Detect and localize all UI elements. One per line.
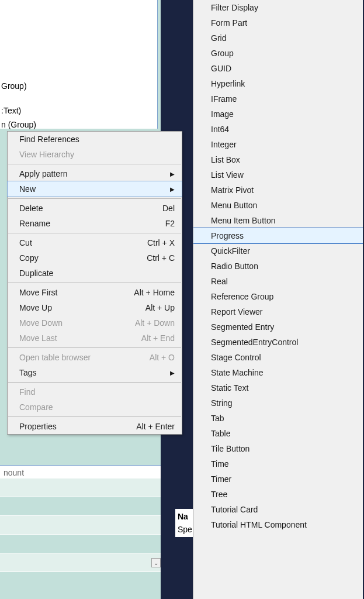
- table-row[interactable]: [0, 535, 161, 553]
- peek-line-1: Na: [178, 510, 192, 523]
- menu-separator: [8, 347, 181, 348]
- tree-item[interactable]: Group): [0, 79, 36, 93]
- menu-separator: [8, 198, 181, 199]
- submenu-item-segmentedentrycontrol[interactable]: SegmentedEntryControl: [193, 335, 363, 350]
- menu-separator: [8, 382, 181, 383]
- submenu-item-reference-group[interactable]: Reference Group: [193, 289, 363, 304]
- menu-item-rename[interactable]: RenameF2: [8, 216, 182, 231]
- submenu-item-radio-button[interactable]: Radio Button: [193, 259, 363, 274]
- scroll-down-button[interactable]: ⌄: [151, 558, 161, 567]
- menu-item-label: Delete: [19, 204, 43, 213]
- menu-item-apply-pattern[interactable]: Apply pattern▶: [8, 166, 182, 181]
- peek-line-2: Spe: [178, 523, 192, 536]
- menu-item-delete[interactable]: DeleteDel: [8, 201, 182, 216]
- menu-item-shortcut: Alt + Down: [135, 318, 175, 328]
- submenu-item-string[interactable]: String: [193, 395, 363, 411]
- menu-item-find-references[interactable]: Find References: [8, 132, 182, 147]
- menu-item-label: Move Up: [19, 303, 52, 312]
- menu-separator: [8, 416, 181, 417]
- menu-separator: [8, 233, 181, 233]
- right-peek-panel: Na Spe: [175, 509, 195, 537]
- submenu-item-grid[interactable]: Grid: [193, 30, 363, 46]
- submenu-item-group[interactable]: Group: [193, 46, 363, 61]
- menu-item-copy[interactable]: CopyCtrl + C: [8, 250, 182, 266]
- tree-item[interactable]: :Text): [0, 104, 36, 118]
- menu-item-move-first[interactable]: Move FirstAlt + Home: [8, 285, 182, 300]
- tree-labels: Group) :Text) n (Group): [0, 79, 36, 132]
- tree-item[interactable]: n (Group): [0, 118, 36, 132]
- submenu-item-quickfilter[interactable]: QuickFilter: [193, 243, 363, 259]
- submenu-item-tab[interactable]: Tab: [193, 411, 363, 426]
- menu-item-label: Find: [19, 387, 35, 397]
- menu-item-shortcut: Del: [162, 204, 175, 213]
- menu-item-move-down: Move DownAlt + Down: [8, 315, 182, 331]
- menu-item-new[interactable]: New▶: [7, 181, 182, 197]
- menu-item-properties[interactable]: PropertiesAlt + Enter: [8, 419, 182, 434]
- submenu-arrow-icon: ▶: [170, 171, 175, 177]
- submenu-item-int64[interactable]: Int64: [193, 122, 363, 137]
- menu-item-open-table-browser: Open table browserAlt + O: [8, 350, 182, 365]
- bottom-panel-header: nount: [0, 465, 161, 480]
- menu-item-shortcut: Alt + Up: [145, 303, 175, 312]
- menu-item-move-last: Move LastAlt + End: [8, 331, 182, 346]
- menu-item-move-up[interactable]: Move UpAlt + Up: [8, 300, 182, 315]
- submenu-item-menu-button[interactable]: Menu Button: [193, 198, 363, 213]
- submenu-item-iframe[interactable]: IFrame: [193, 91, 363, 106]
- submenu-item-report-viewer[interactable]: Report Viewer: [193, 304, 363, 319]
- menu-separator: [8, 283, 181, 283]
- submenu-item-integer[interactable]: Integer: [193, 137, 363, 152]
- submenu-item-image[interactable]: Image: [193, 106, 363, 122]
- table-row[interactable]: [0, 516, 161, 535]
- submenu-item-hyperlink[interactable]: Hyperlink: [193, 76, 363, 91]
- context-menu: Find ReferencesView HierarchyApply patte…: [7, 131, 182, 435]
- submenu-item-menu-item-button[interactable]: Menu Item Button: [193, 213, 363, 228]
- submenu-item-real[interactable]: Real: [193, 274, 363, 289]
- menu-item-label: View Hierarchy: [19, 150, 74, 159]
- data-rows: [0, 478, 161, 572]
- menu-item-label: Duplicate: [19, 268, 53, 278]
- submenu-item-time[interactable]: Time: [193, 456, 363, 471]
- menu-item-shortcut: Alt + Enter: [136, 422, 175, 431]
- menu-item-label: Apply pattern: [19, 169, 68, 178]
- chevron-down-icon: ⌄: [154, 560, 158, 566]
- submenu-arrow-icon: ▶: [170, 186, 175, 192]
- table-row[interactable]: [0, 553, 161, 572]
- menu-item-compare: Compare: [8, 400, 182, 415]
- submenu-item-progress[interactable]: Progress: [193, 228, 363, 244]
- submenu-item-tutorial-card[interactable]: Tutorial Card: [193, 502, 363, 517]
- submenu-item-static-text[interactable]: Static Text: [193, 380, 363, 395]
- menu-item-find: Find: [8, 384, 182, 400]
- menu-item-tags[interactable]: Tags▶: [8, 365, 182, 380]
- table-row[interactable]: [0, 478, 161, 497]
- submenu-arrow-icon: ▶: [170, 370, 175, 376]
- table-row[interactable]: [0, 497, 161, 516]
- menu-item-label: New: [19, 184, 36, 194]
- menu-item-label: Move First: [19, 288, 57, 297]
- menu-item-shortcut: F2: [165, 219, 175, 228]
- submenu-item-matrix-pivot[interactable]: Matrix Pivot: [193, 183, 363, 198]
- submenu-item-list-view[interactable]: List View: [193, 167, 363, 183]
- submenu-item-form-part[interactable]: Form Part: [193, 15, 363, 30]
- submenu-item-tree[interactable]: Tree: [193, 487, 363, 502]
- menu-item-duplicate[interactable]: Duplicate: [8, 266, 182, 281]
- submenu-item-timer[interactable]: Timer: [193, 471, 363, 487]
- menu-item-view-hierarchy: View Hierarchy: [8, 147, 182, 162]
- submenu-item-stage-control[interactable]: Stage Control: [193, 350, 363, 365]
- submenu-item-filter-display[interactable]: Filter Display: [193, 0, 363, 15]
- submenu-item-tile-button[interactable]: Tile Button: [193, 441, 363, 456]
- menu-item-label: Move Last: [19, 333, 57, 343]
- submenu-item-guid[interactable]: GUID: [193, 61, 363, 76]
- submenu-item-list-box[interactable]: List Box: [193, 152, 363, 167]
- submenu-item-table[interactable]: Table: [193, 426, 363, 441]
- menu-item-label: Cut: [19, 238, 32, 247]
- menu-item-shortcut: Alt + End: [141, 333, 175, 343]
- menu-item-cut[interactable]: CutCtrl + X: [8, 235, 182, 250]
- menu-item-shortcut: Alt + Home: [134, 288, 175, 297]
- submenu-item-tutorial-html-component[interactable]: Tutorial HTML Component: [193, 517, 363, 532]
- menu-item-label: Properties: [19, 422, 57, 431]
- menu-item-label: Open table browser: [19, 353, 91, 362]
- submenu-item-state-machine[interactable]: State Machine: [193, 365, 363, 380]
- menu-item-shortcut: Ctrl + C: [147, 253, 175, 263]
- menu-item-label: Find References: [19, 135, 79, 144]
- submenu-item-segmented-entry[interactable]: Segmented Entry: [193, 319, 363, 335]
